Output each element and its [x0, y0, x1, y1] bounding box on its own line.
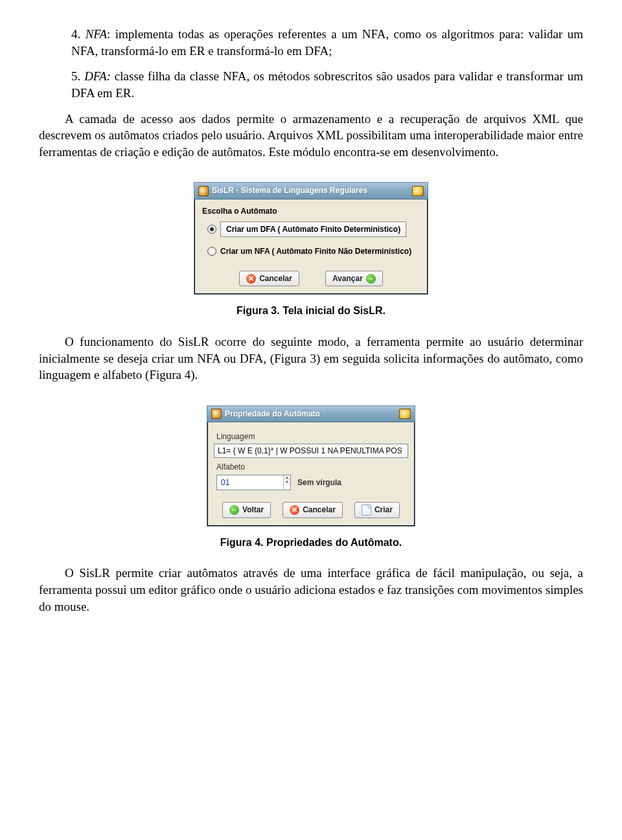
dialog-titlebar[interactable]: SisLR - Sistema de Linguagens Regulares: [194, 183, 428, 199]
close-icon[interactable]: [399, 409, 411, 419]
cancel-icon: ✕: [246, 274, 256, 284]
dialog-body: Escolha o Autômato Criar um DFA ( Autôma…: [194, 199, 428, 295]
dialog-body: Linguagem Alfabeto 01 ▲ ▼ Sem vírgula ← …: [207, 422, 415, 526]
button-row: ✕ Cancelar Avançar →: [201, 271, 421, 286]
list-text: : implementa todas as operações referent…: [71, 27, 583, 58]
forward-button[interactable]: Avançar →: [325, 271, 383, 286]
alphabet-note: Sem vírgula: [297, 477, 341, 488]
list-label-nfa: NFA: [86, 27, 107, 41]
dialog-titlebar[interactable]: Propriedade do Autômato: [207, 406, 415, 422]
language-label: Linguagem: [216, 431, 406, 442]
cancel-icon: ✕: [290, 505, 299, 515]
dialog-choose-automaton: SisLR - Sistema de Linguagens Regulares …: [194, 182, 428, 295]
button-label: Cancelar: [259, 273, 292, 284]
dialog-automaton-properties: Propriedade do Autômato Linguagem Alfabe…: [207, 405, 415, 527]
list-number: 5.: [71, 69, 80, 83]
radio-label-nfa: Criar um NFA ( Autômato Finito Não Deter…: [220, 246, 411, 256]
dialog-title: SisLR - Sistema de Linguagens Regulares: [212, 185, 409, 196]
dialog-title: Propriedade do Autômato: [225, 409, 396, 419]
chevron-down-icon[interactable]: ▼: [284, 480, 290, 484]
figure-4: Propriedade do Autômato Linguagem Alfabe…: [39, 405, 583, 527]
figure-3-caption: Figura 3. Tela inicial do SisLR.: [39, 304, 583, 318]
list-label-dfa: DFA:: [84, 69, 111, 83]
paragraph-editor: O SisLR permite criar autômatos através …: [39, 565, 583, 615]
java-icon: [211, 409, 222, 419]
list-item-5: 5. DFA: classe filha da classe NFA, os m…: [71, 68, 583, 101]
create-button[interactable]: Criar: [354, 502, 400, 518]
spinner-arrows[interactable]: ▲ ▼: [283, 475, 290, 490]
back-button[interactable]: ← Voltar: [222, 502, 271, 518]
new-file-icon: [362, 505, 371, 516]
close-icon[interactable]: [412, 186, 424, 196]
alphabet-spinner[interactable]: 01 ▲ ▼: [216, 475, 291, 490]
radio-icon[interactable]: [207, 225, 216, 234]
radio-icon[interactable]: [207, 247, 216, 256]
figure-3: SisLR - Sistema de Linguagens Regulares …: [39, 182, 583, 295]
java-icon: [198, 186, 209, 196]
figure-4-caption: Figura 4. Propriedades do Autômato.: [39, 536, 583, 550]
button-row: ← Voltar ✕ Cancelar Criar: [214, 502, 408, 518]
button-label: Voltar: [242, 505, 264, 515]
paragraph-function: O funcionamento do SisLR ocorre do segui…: [39, 334, 583, 383]
arrow-right-icon: →: [366, 274, 376, 284]
cancel-button[interactable]: ✕ Cancelar: [282, 502, 343, 518]
button-label: Cancelar: [303, 505, 336, 515]
radio-option-nfa[interactable]: Criar um NFA ( Autômato Finito Não Deter…: [207, 246, 415, 256]
language-input[interactable]: [214, 444, 408, 458]
radio-option-dfa[interactable]: Criar um DFA ( Autômato Finito Determiní…: [207, 221, 415, 237]
button-label: Avançar: [332, 273, 363, 284]
group-title: Escolha o Autômato: [202, 206, 420, 216]
list-item-4: 4. NFA: implementa todas as operações re…: [71, 26, 583, 59]
alphabet-row: 01 ▲ ▼ Sem vírgula: [216, 475, 406, 490]
alphabet-value[interactable]: 01: [217, 475, 283, 490]
chevron-up-icon[interactable]: ▲: [284, 475, 290, 480]
cancel-button[interactable]: ✕ Cancelar: [239, 271, 299, 286]
arrow-left-icon: ←: [229, 505, 239, 515]
alphabet-label: Alfabeto: [216, 462, 406, 472]
paragraph-xml-layer: A camada de acesso aos dados permite o a…: [39, 111, 583, 161]
button-label: Criar: [374, 505, 393, 515]
list-text: classe filha da classe NFA, os métodos s…: [71, 69, 583, 100]
list-number: 4.: [71, 27, 80, 41]
radio-label-dfa: Criar um DFA ( Autômato Finito Determiní…: [220, 221, 406, 237]
